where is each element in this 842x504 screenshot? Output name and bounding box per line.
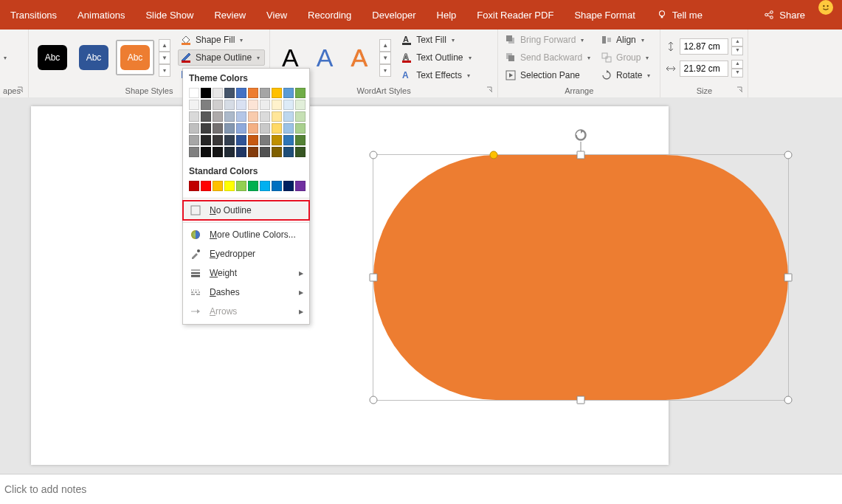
shape-style-preset-3[interactable]: Abc [116, 40, 154, 75]
theme-color-swatch[interactable] [283, 123, 294, 134]
theme-color-swatch[interactable] [283, 111, 294, 122]
theme-color-swatch[interactable] [295, 111, 306, 122]
tab-animations[interactable]: Animations [67, 0, 135, 30]
theme-color-swatch[interactable] [283, 147, 294, 157]
theme-color-swatch[interactable] [213, 100, 223, 110]
tab-slide-show[interactable]: Slide Show [135, 0, 204, 30]
tell-me-search[interactable]: Tell me [646, 0, 713, 30]
tab-foxit-reader-pdf[interactable]: Foxit Reader PDF [466, 0, 564, 30]
slide-canvas-area[interactable] [0, 97, 842, 474]
theme-color-swatch[interactable] [189, 123, 199, 134]
theme-color-swatch[interactable] [189, 135, 199, 145]
no-outline-item[interactable]: No Outline [183, 201, 309, 220]
send-backward-button[interactable]: Send Backward▾ [503, 49, 596, 66]
width-spin-up[interactable]: ▲ [731, 60, 743, 69]
theme-color-swatch[interactable] [236, 123, 246, 134]
user-account-icon[interactable] [818, 0, 833, 15]
tab-shape-format[interactable]: Shape Format [564, 0, 645, 30]
standard-color-swatch[interactable] [272, 181, 282, 191]
theme-color-swatch[interactable] [236, 100, 246, 110]
theme-color-swatch[interactable] [224, 100, 235, 110]
resize-handle-e[interactable] [784, 274, 793, 282]
tab-developer[interactable]: Developer [362, 0, 426, 30]
resize-handle-ne[interactable] [784, 151, 793, 159]
standard-color-swatch[interactable] [295, 181, 306, 191]
width-spin-down[interactable]: ▼ [731, 69, 743, 77]
theme-color-swatch[interactable] [295, 100, 306, 110]
resize-handle-nw[interactable] [370, 151, 378, 159]
resize-handle-n[interactable] [577, 151, 585, 159]
theme-color-swatch[interactable] [272, 135, 282, 145]
theme-color-swatch[interactable] [213, 111, 223, 122]
standard-color-swatch[interactable] [248, 181, 258, 191]
theme-color-swatch[interactable] [295, 123, 306, 134]
theme-color-swatch[interactable] [260, 100, 270, 110]
theme-color-swatch[interactable] [189, 100, 199, 110]
shape-style-preset-2[interactable]: Abc [75, 40, 113, 75]
theme-color-swatch[interactable] [248, 123, 258, 134]
wordart-group-launcher[interactable] [486, 86, 495, 95]
theme-color-swatch[interactable] [201, 111, 211, 122]
wordart-gallery-up[interactable]: ▲ [379, 39, 391, 52]
rotate-button[interactable]: Rotate▾ [598, 67, 655, 83]
style-gallery-down[interactable]: ▼ [159, 52, 170, 64]
theme-color-swatch[interactable] [272, 147, 282, 157]
theme-color-swatch[interactable] [189, 147, 199, 157]
adjustment-handle[interactable] [489, 151, 497, 159]
wordart-gallery-more[interactable]: ▾ [379, 64, 391, 77]
theme-color-swatch[interactable] [260, 88, 270, 98]
theme-color-swatch[interactable] [213, 147, 223, 157]
theme-color-swatch[interactable] [295, 88, 306, 98]
arrows-item[interactable]: Arrows [183, 302, 309, 321]
shape-fill-button[interactable]: Shape Fill▾ [178, 32, 265, 48]
theme-color-swatch[interactable] [260, 123, 270, 134]
theme-color-swatch[interactable] [283, 135, 294, 145]
theme-color-swatch[interactable] [189, 111, 199, 122]
weight-item[interactable]: Weight [183, 263, 309, 283]
standard-color-swatch[interactable] [283, 181, 294, 191]
theme-color-swatch[interactable] [295, 135, 306, 145]
bring-forward-button[interactable]: Bring Forward▾ [503, 32, 596, 48]
theme-color-swatch[interactable] [213, 135, 223, 145]
wordart-preset-2[interactable]: A [309, 44, 341, 72]
theme-color-swatch[interactable] [272, 100, 282, 110]
standard-color-swatch[interactable] [224, 181, 235, 191]
tab-view[interactable]: View [256, 0, 297, 30]
standard-color-swatch[interactable] [213, 181, 223, 191]
theme-color-swatch[interactable] [224, 135, 235, 145]
shapes-group-launcher[interactable] [17, 86, 26, 95]
theme-color-swatch[interactable] [248, 111, 258, 122]
height-spin-up[interactable]: ▲ [731, 38, 743, 46]
tab-transitions[interactable]: Transitions [0, 0, 67, 30]
theme-color-swatch[interactable] [248, 147, 258, 157]
style-gallery-more[interactable]: ▾ [159, 64, 170, 77]
text-outline-button[interactable]: A Text Outline▾ [398, 49, 476, 66]
theme-color-swatch[interactable] [260, 135, 270, 145]
standard-color-swatch[interactable] [189, 181, 199, 191]
selection-pane-button[interactable]: Selection Pane [503, 67, 596, 83]
theme-color-swatch[interactable] [272, 111, 282, 122]
wordart-gallery-down[interactable]: ▼ [379, 52, 391, 64]
theme-color-swatch[interactable] [260, 147, 270, 157]
theme-color-swatch[interactable] [283, 100, 294, 110]
dashes-item[interactable]: Dashes [183, 283, 309, 302]
theme-color-swatch[interactable] [201, 123, 211, 134]
theme-color-swatch[interactable] [224, 111, 235, 122]
resize-handle-sw[interactable] [370, 396, 378, 404]
resize-handle-s[interactable] [577, 396, 585, 404]
notes-pane[interactable]: Click to add notes [0, 474, 842, 504]
theme-color-swatch[interactable] [236, 88, 246, 98]
tab-recording[interactable]: Recording [297, 0, 362, 30]
shape-width-input[interactable] [680, 61, 728, 77]
theme-color-swatch[interactable] [189, 88, 199, 98]
theme-color-swatch[interactable] [201, 88, 211, 98]
shape-height-input[interactable] [680, 38, 728, 55]
theme-color-swatch[interactable] [224, 147, 235, 157]
text-effects-button[interactable]: A Text Effects▾ [398, 67, 476, 83]
tab-review[interactable]: Review [204, 0, 256, 30]
shape-style-preset-1[interactable]: Abc [33, 40, 72, 75]
text-fill-button[interactable]: A Text Fill▾ [398, 32, 476, 48]
insert-shapes-more[interactable]: ▾ [0, 52, 12, 63]
align-button[interactable]: Align▾ [598, 32, 655, 48]
theme-color-swatch[interactable] [248, 100, 258, 110]
